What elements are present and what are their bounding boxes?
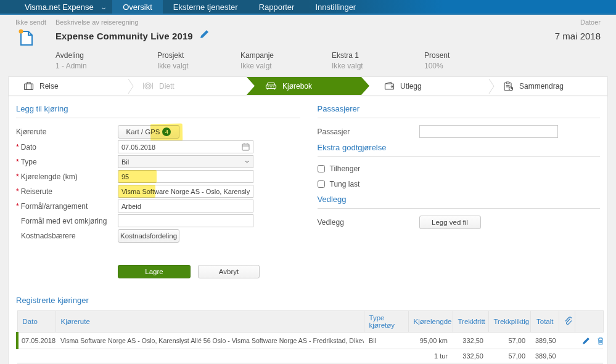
chevron-separator-icon bbox=[128, 78, 134, 96]
tab-utlegg[interactable]: Utlegg bbox=[369, 77, 488, 95]
col-kjorerute[interactable]: Kjørerute bbox=[55, 311, 364, 333]
reiserute-label: *Reiserute bbox=[16, 187, 118, 196]
kart-gps-button-label: Kart / GPS bbox=[126, 128, 160, 135]
main-card: Reise Diett Kjørebok Utlegg bbox=[8, 76, 608, 364]
save-button[interactable]: Lagre bbox=[118, 265, 191, 278]
type-select[interactable] bbox=[118, 155, 253, 168]
cell-kjorerute: Visma Software Norge AS - Oslo, Karensly… bbox=[55, 333, 364, 349]
vedlegg-label: Vedlegg bbox=[318, 218, 419, 227]
cell-dato: 07.05.2018 bbox=[17, 333, 55, 349]
reiserute-input[interactable] bbox=[118, 185, 253, 198]
tab-label: Reise bbox=[39, 82, 59, 91]
gps-count-badge: 4 bbox=[162, 127, 171, 136]
description-label: Beskrivelse av reiseregning bbox=[55, 18, 527, 26]
col-kjorelengde[interactable]: Kjørelengde bbox=[408, 311, 453, 333]
cell-type: Bil bbox=[364, 333, 408, 349]
kjorerute-label: Kjørerute bbox=[16, 127, 118, 136]
table-row[interactable]: 07.05.2018 Visma Software Norge AS - Osl… bbox=[17, 333, 603, 349]
top-navbar: Visma.net Expense ⌄ Oversikt Eksterne tj… bbox=[0, 0, 616, 15]
col-dato[interactable]: Dato bbox=[17, 311, 55, 333]
date-value: 7 mai 2018 bbox=[527, 31, 601, 41]
passasjer-input[interactable] bbox=[419, 125, 558, 138]
cell-trekkpliktig: 57,00 bbox=[488, 333, 530, 349]
cell-trekkfritt: 332,50 bbox=[453, 333, 488, 349]
kart-gps-button[interactable]: Kart / GPS 4 bbox=[118, 125, 179, 139]
total-trekkfritt: 332,50 bbox=[453, 349, 488, 363]
registered-drivings-section: Registrerte kjøringer Dato Kjørerute Typ… bbox=[16, 296, 600, 363]
app-brand-label: Visma.net Expense bbox=[25, 2, 94, 12]
chevron-down-icon: ⌄ bbox=[100, 4, 107, 10]
col-trekkfritt[interactable]: Trekkfritt bbox=[453, 311, 488, 333]
nav-item-innstillinger[interactable]: Innstillinger bbox=[305, 0, 366, 14]
col-attachments bbox=[559, 311, 575, 333]
cell-totalt: 389,50 bbox=[530, 333, 559, 349]
page-title: Expense Community Live 2019 bbox=[55, 31, 193, 41]
tab-label: Kjørebok bbox=[282, 82, 312, 91]
field-value: Ikke valgt bbox=[240, 62, 332, 70]
formal-input[interactable] bbox=[118, 200, 253, 212]
delete-row-trash-icon[interactable] bbox=[597, 337, 603, 345]
col-actions bbox=[575, 311, 603, 333]
kostnadsfordeling-button[interactable]: Kostnadsfordeling bbox=[118, 229, 179, 243]
tab-label: Sammendrag bbox=[519, 82, 564, 91]
tilhenger-checkbox[interactable] bbox=[318, 165, 325, 172]
total-trips: 1 tur bbox=[408, 349, 453, 363]
section-title-vedlegg: Vedlegg bbox=[318, 195, 601, 209]
field-label: Avdeling bbox=[55, 51, 157, 60]
header-field-prosent: Prosent 100% bbox=[424, 51, 527, 70]
header-field-ekstra1: Ekstra 1 Ikke valgt bbox=[332, 51, 424, 70]
kjorelengde-label: *Kjørelengde (km) bbox=[16, 172, 118, 181]
omkjoring-input[interactable] bbox=[118, 214, 253, 227]
formal-label: *Formål/arrangement bbox=[16, 202, 118, 211]
tab-diett[interactable]: Diett bbox=[128, 77, 247, 95]
paperclip-icon bbox=[564, 317, 572, 325]
section-title-legg-til-kjoring: Legg til kjøring bbox=[16, 104, 300, 118]
edit-title-pencil-icon[interactable] bbox=[199, 30, 209, 42]
col-trekkpliktig[interactable]: Trekkpliktig bbox=[488, 311, 530, 333]
required-asterisk: * bbox=[16, 202, 19, 211]
field-label: Ekstra 1 bbox=[332, 51, 424, 60]
col-type[interactable]: Type kjøretøy bbox=[364, 311, 408, 333]
tab-kjorebok[interactable]: Kjørebok bbox=[247, 77, 369, 95]
wallet-icon bbox=[384, 81, 395, 91]
tilhenger-checkbox-label: Tilhenger bbox=[330, 164, 361, 173]
tab-sammendrag[interactable]: Sammendrag bbox=[488, 77, 607, 95]
table-title: Registrerte kjøringer bbox=[16, 296, 600, 305]
header-field-prosjekt: Prosjekt Ikke valgt bbox=[157, 51, 240, 70]
clipboard-icon bbox=[503, 81, 514, 91]
tung-last-checkbox[interactable] bbox=[318, 180, 325, 188]
nav-item-rapporter[interactable]: Rapporter bbox=[248, 0, 305, 14]
table-header-row: Dato Kjørerute Type kjøretøy Kjørelengde… bbox=[17, 311, 603, 333]
field-value: Ikke valgt bbox=[157, 62, 240, 70]
field-value: 100% bbox=[424, 62, 527, 70]
header-field-kampanje: Kampanje Ikke valgt bbox=[240, 51, 332, 70]
field-label: Prosjekt bbox=[157, 51, 240, 60]
field-label: Prosent bbox=[424, 51, 527, 60]
edit-row-pencil-icon[interactable] bbox=[582, 337, 590, 345]
kjorelengde-input[interactable] bbox=[118, 170, 253, 183]
legg-ved-fil-button[interactable]: Legg ved fil bbox=[419, 216, 481, 229]
dato-label: *Dato bbox=[16, 143, 118, 152]
tung-last-checkbox-label: Tung last bbox=[330, 180, 360, 188]
section-title-ekstra-godtgjorelse: Ekstra godtgjørelse bbox=[318, 143, 601, 157]
required-asterisk: * bbox=[16, 187, 19, 196]
table-total-row: 1 tur 332,50 57,00 389,50 bbox=[17, 349, 603, 363]
dato-input[interactable] bbox=[118, 140, 253, 153]
tab-reise[interactable]: Reise bbox=[9, 77, 128, 95]
required-asterisk: * bbox=[16, 143, 19, 152]
passengers-panel: Passasjerer Passasjer Ekstra godtgjørels… bbox=[318, 104, 601, 278]
cell-kjorelengde: 95,00 km bbox=[408, 333, 453, 349]
tab-label: Diett bbox=[159, 82, 175, 91]
car-icon bbox=[265, 81, 277, 91]
nav-item-oversikt[interactable]: Oversikt bbox=[112, 0, 163, 14]
cell-actions bbox=[575, 333, 603, 349]
col-totalt[interactable]: Totalt bbox=[530, 311, 559, 333]
nav-item-eksterne-tjenester[interactable]: Eksterne tjenester bbox=[163, 0, 248, 14]
cancel-button[interactable]: Avbryt bbox=[198, 265, 260, 278]
plate-icon bbox=[142, 81, 154, 91]
field-value: 1 - Admin bbox=[55, 62, 157, 70]
dates-label: Datoer bbox=[527, 18, 601, 26]
expense-header: Ikke sendt Beskrivelse av reiseregning E… bbox=[0, 15, 616, 70]
total-trekkpliktig: 57,00 bbox=[488, 349, 530, 363]
app-brand[interactable]: Visma.net Expense ⌄ bbox=[0, 0, 112, 14]
